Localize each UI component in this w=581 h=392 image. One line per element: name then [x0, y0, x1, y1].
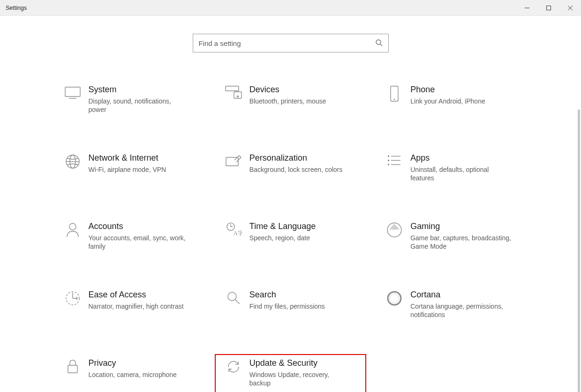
tile-search[interactable]: Search Find my files, permissions [215, 286, 366, 326]
svg-rect-35 [68, 365, 77, 373]
tile-desc: Bluetooth, printers, mouse [249, 97, 326, 106]
minimize-button[interactable] [516, 0, 538, 15]
tile-title: System [89, 84, 190, 95]
search-icon [374, 39, 384, 48]
apps-icon [380, 153, 408, 168]
tile-devices[interactable]: Devices Bluetooth, printers, mouse [215, 81, 366, 121]
tile-desc: Cortana language, permissions, notificat… [410, 302, 512, 320]
tile-desc: Uninstall, defaults, optional features [410, 165, 512, 183]
tile-title: Privacy [89, 358, 177, 369]
tile-title: Accounts [89, 221, 190, 232]
tile-desc: Background, lock screen, colors [249, 165, 342, 174]
search-wrap: Find a setting [0, 16, 581, 81]
tile-privacy[interactable]: Privacy Location, camera, microphone [54, 354, 205, 392]
svg-rect-19 [388, 160, 389, 161]
svg-point-4 [376, 40, 381, 44]
personalization-icon [219, 153, 248, 168]
close-button[interactable] [559, 0, 581, 15]
svg-point-31 [228, 292, 236, 301]
globe-icon [59, 153, 87, 170]
tile-title: Phone [410, 84, 485, 95]
cortana-icon [380, 289, 408, 306]
svg-line-5 [380, 44, 382, 46]
window-title: Settings [6, 5, 27, 11]
tile-desc: Display, sound, notifications, power [89, 97, 190, 115]
tile-time-language[interactable]: A字 Time & Language Speech, region, date [215, 217, 366, 258]
svg-text:A字: A字 [234, 230, 242, 237]
lock-icon [59, 358, 87, 375]
tile-title: Time & Language [249, 221, 316, 232]
tile-update-security[interactable]: Update & Security Windows Update, recove… [215, 354, 366, 392]
tile-title: Search [249, 289, 325, 300]
tile-title: Cortana [410, 289, 512, 300]
content-area: Find a setting System Display, sound, no… [0, 16, 581, 392]
svg-rect-21 [388, 164, 389, 165]
tile-system[interactable]: System Display, sound, notifications, po… [54, 81, 205, 121]
ease-of-access-icon [59, 289, 87, 306]
svg-point-12 [394, 99, 395, 100]
tile-desc: Link your Android, iPhone [410, 97, 485, 106]
tile-desc: Speech, region, date [249, 234, 316, 243]
svg-point-10 [237, 96, 238, 97]
svg-rect-6 [65, 87, 80, 96]
tile-title: Apps [410, 153, 512, 163]
window-controls [516, 0, 581, 15]
svg-rect-8 [226, 86, 239, 91]
time-language-icon: A字 [219, 221, 248, 237]
tile-accounts[interactable]: Accounts Your accounts, email, sync, wor… [54, 217, 205, 258]
search-input[interactable]: Find a setting [193, 34, 389, 52]
tile-ease-of-access[interactable]: Ease of Access Narrator, magnifier, high… [54, 286, 205, 326]
scrollbar[interactable] [578, 110, 580, 392]
person-icon [59, 221, 87, 238]
phone-icon [380, 84, 408, 102]
tile-network[interactable]: Network & Internet Wi-Fi, airplane mode,… [54, 149, 205, 189]
titlebar: Settings [0, 0, 581, 16]
update-icon [219, 358, 248, 375]
tile-personalization[interactable]: Personalization Background, lock screen,… [215, 149, 366, 189]
tile-phone[interactable]: Phone Link your Android, iPhone [376, 81, 527, 121]
tile-apps[interactable]: Apps Uninstall, defaults, optional featu… [376, 149, 527, 189]
tile-title: Devices [249, 84, 326, 95]
tile-desc: Location, camera, microphone [89, 370, 177, 379]
svg-point-23 [69, 223, 76, 230]
tile-gaming[interactable]: Gaming Game bar, captures, broadcasting,… [376, 217, 527, 258]
svg-line-32 [235, 300, 240, 304]
tile-desc: Wi-Fi, airplane mode, VPN [89, 165, 166, 174]
magnifier-icon [219, 289, 248, 305]
search-placeholder: Find a setting [199, 39, 374, 47]
tile-title: Personalization [249, 153, 342, 163]
svg-point-34 [390, 294, 399, 303]
svg-rect-17 [388, 155, 389, 157]
svg-rect-1 [547, 6, 551, 10]
tile-title: Gaming [410, 221, 512, 232]
tile-desc: Game bar, captures, broadcasting, Game M… [410, 234, 512, 251]
tile-desc: Windows Update, recovery, backup [249, 370, 351, 388]
maximize-button[interactable] [538, 0, 559, 15]
tile-title: Ease of Access [89, 289, 184, 300]
tile-desc: Your accounts, email, sync, work, family [89, 234, 190, 251]
devices-icon [219, 84, 248, 100]
tile-title: Update & Security [249, 358, 351, 369]
gaming-icon [380, 221, 408, 238]
settings-grid: System Display, sound, notifications, po… [54, 81, 528, 392]
tile-desc: Narrator, magnifier, high contrast [89, 302, 184, 311]
tile-title: Network & Internet [89, 153, 166, 163]
system-icon [59, 84, 87, 99]
tile-cortana[interactable]: Cortana Cortana language, permissions, n… [376, 286, 527, 326]
tile-desc: Find my files, permissions [249, 302, 325, 311]
